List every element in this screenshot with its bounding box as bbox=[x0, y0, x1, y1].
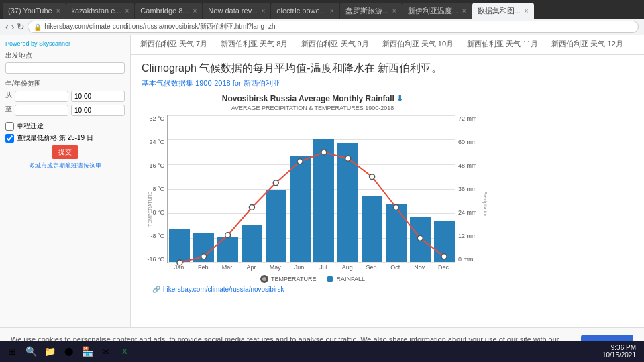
x-axis: JanFebMarAprMayJunJulAugSepOctNovDec bbox=[167, 264, 455, 271]
x-label-feb: Feb bbox=[191, 264, 215, 271]
svg-point-5 bbox=[297, 159, 303, 164]
svg-point-9 bbox=[393, 205, 398, 210]
taskbar-file[interactable]: 📁 bbox=[42, 343, 58, 359]
time-from-input[interactable] bbox=[71, 90, 125, 102]
time-to-input[interactable] bbox=[71, 105, 125, 116]
svg-point-2 bbox=[225, 233, 231, 238]
x-label-nov: Nov bbox=[407, 264, 431, 271]
lowest-price-checkbox[interactable] bbox=[5, 134, 14, 143]
y-axis-left: 32 °C 24 °C 16 °C 8 °C 0 °C -8 °C -16 °C… bbox=[142, 115, 167, 263]
y-right-label: Precipitation bbox=[483, 192, 488, 218]
x-label-aug: Aug bbox=[335, 264, 360, 271]
climograph: Novosibirsk Russia Average Monthly Rainf… bbox=[142, 94, 484, 293]
legend-temperature: TEMPERATURE bbox=[260, 275, 316, 283]
taskbar-excel[interactable]: X bbox=[117, 343, 133, 359]
month-tab-12[interactable]: 新西伯利亚 天气 12月 bbox=[545, 35, 629, 54]
chart-section: Climograph 气候数据的每月平均值-温度和降水在 新西伯利亚。 基本气候… bbox=[131, 55, 644, 300]
chart-url[interactable]: hikersbay.com/climate/russia/novosibirsk bbox=[163, 286, 284, 293]
x-label-mar: Mar bbox=[215, 264, 239, 271]
month-tab-7[interactable]: 新西伯利亚 天气 7月 bbox=[133, 35, 214, 54]
search-button[interactable]: 提交 bbox=[52, 145, 78, 159]
date-to-input[interactable] bbox=[15, 105, 68, 116]
back-icon[interactable]: ‹ bbox=[5, 21, 9, 32]
tab-weather[interactable]: 新伊利亚温度...× bbox=[402, 3, 472, 19]
month-tab-8[interactable]: 新西伯利亚 天气 8月 bbox=[214, 35, 294, 54]
multi-city-link[interactable]: 多城市或定期航班请按这里 bbox=[5, 162, 125, 170]
x-label-sep: Sep bbox=[360, 264, 384, 271]
y-axis-right: 72 mm 60 mm 48 mm 36 mm 24 mm 12 mm 0 mm… bbox=[455, 115, 484, 263]
date-to-label: 至 bbox=[5, 105, 12, 114]
checkbox-row2: 查找最低价格,第 25-19 日 bbox=[5, 133, 125, 143]
taskbar-chrome[interactable]: ⬤ bbox=[60, 343, 76, 359]
address-bar: ‹ › ↻ 🔒 hikersbay.com/climate-conditions… bbox=[0, 19, 644, 35]
month-tab-10[interactable]: 新西伯利亚 天气 10月 bbox=[376, 35, 460, 54]
chart-subtitle: 基本气候数据集 1900-2018 for 新西伯利亚 bbox=[142, 78, 633, 88]
chart-wrapper: 32 °C 24 °C 16 °C 8 °C 0 °C -8 °C -16 °C… bbox=[142, 115, 484, 263]
chart-title: Climograph 气候数据的每月平均值-温度和降水在 新西伯利亚。 bbox=[142, 62, 633, 76]
browser-chrome: (37) YouTube× kazakhstan e...× Cambridge… bbox=[0, 0, 644, 35]
powered-by: Powered by Skyscanner bbox=[5, 40, 125, 47]
start-button[interactable]: ⊞ bbox=[4, 343, 20, 359]
tab-newdata[interactable]: New data rev...× bbox=[203, 3, 270, 19]
search-taskbar[interactable]: 🔍 bbox=[23, 343, 39, 359]
date-range-label: 年/年份范围 bbox=[5, 79, 125, 88]
month-tab-9[interactable]: 新西伯利亚 天气 9月 bbox=[294, 35, 375, 54]
date-from-input[interactable] bbox=[15, 90, 68, 102]
date-section: 年/年份范围 从 至 bbox=[5, 79, 125, 116]
svg-point-1 bbox=[201, 254, 207, 259]
x-label-oct: Oct bbox=[383, 264, 407, 271]
y-left-label: TEMPERATURE bbox=[148, 192, 152, 227]
tab-cambridge[interactable]: Cambridge 8...× bbox=[135, 3, 202, 19]
svg-point-4 bbox=[273, 180, 278, 186]
chart-link[interactable]: 🔗 hikersbay.com/climate/russia/novosibir… bbox=[152, 286, 484, 293]
svg-point-8 bbox=[370, 174, 375, 180]
url-text: hikersbay.com/climate-conditions/russia/… bbox=[44, 22, 275, 32]
x-label-dec: Dec bbox=[431, 264, 455, 271]
x-label-jul: Jul bbox=[311, 264, 335, 271]
from-section: 出发地点 bbox=[5, 51, 125, 74]
taskbar: ⊞ 🔍 📁 ⬤ 🏪 ✉ X 9:36 PM 10/15/2021 bbox=[0, 341, 644, 362]
svg-point-0 bbox=[177, 260, 182, 265]
lock-icon: 🔒 bbox=[34, 23, 42, 31]
from-input[interactable] bbox=[5, 62, 125, 74]
main-content: 新西伯利亚 天气 7月 新西伯利亚 天气 8月 新西伯利亚 天气 9月 新西伯利… bbox=[131, 35, 644, 341]
climograph-subtitle: AVERAGE PRECIPITATION & TEMPERATURES 190… bbox=[142, 105, 484, 111]
x-label-may: May bbox=[263, 264, 287, 271]
forward-icon[interactable]: › bbox=[11, 21, 15, 32]
tab-travel[interactable]: 盘罗斯旅游...× bbox=[340, 3, 402, 19]
tab-electric[interactable]: electric powe...× bbox=[271, 3, 339, 19]
taskbar-mail[interactable]: ✉ bbox=[98, 343, 114, 359]
tab-bar: (37) YouTube× kazakhstan e...× Cambridge… bbox=[0, 0, 644, 19]
chart-plot bbox=[167, 115, 455, 263]
oneway-checkbox[interactable] bbox=[5, 122, 14, 131]
legend-rainfall: RAINFALL bbox=[327, 275, 365, 283]
taskbar-time: 9:36 PM 10/15/2021 bbox=[602, 344, 641, 359]
reload-icon[interactable]: ↻ bbox=[17, 21, 25, 32]
tab-kazakhstan[interactable]: kazakhstan e...× bbox=[66, 3, 135, 19]
x-label-apr: Apr bbox=[239, 264, 263, 271]
checkbox-row1: 单程迁途 bbox=[5, 121, 125, 131]
from-label: 出发地点 bbox=[5, 51, 125, 60]
lowest-price-label: 查找最低价格,第 25-19 日 bbox=[17, 133, 93, 143]
svg-point-6 bbox=[321, 149, 327, 155]
nav-buttons: ‹ › ↻ bbox=[5, 21, 25, 32]
subtitle-link[interactable]: 新西伯利亚 bbox=[244, 79, 280, 87]
tab-youtube[interactable]: (37) YouTube× bbox=[3, 3, 66, 19]
svg-point-7 bbox=[345, 156, 351, 161]
x-label-jun: Jun bbox=[287, 264, 311, 271]
svg-point-10 bbox=[417, 235, 423, 241]
page-layout: Powered by Skyscanner 出发地点 年/年份范围 从 至 单程… bbox=[0, 35, 644, 341]
svg-point-3 bbox=[249, 205, 254, 210]
oneway-label: 单程迁途 bbox=[17, 121, 44, 131]
sidebar: Powered by Skyscanner 出发地点 年/年份范围 从 至 单程… bbox=[0, 35, 131, 341]
month-tab-11[interactable]: 新西伯利亚 天气 11月 bbox=[460, 35, 545, 54]
url-bar[interactable]: 🔒 hikersbay.com/climate-conditions/russi… bbox=[28, 21, 639, 33]
tab-datasets[interactable]: 数据集和图...× bbox=[472, 3, 534, 19]
climograph-title: Novosibirsk Russia Average Monthly Rainf… bbox=[142, 94, 484, 103]
taskbar-store[interactable]: 🏪 bbox=[79, 343, 95, 359]
chart-legend: TEMPERATURE RAINFALL bbox=[142, 275, 484, 283]
month-tabs: 新西伯利亚 天气 7月 新西伯利亚 天气 8月 新西伯利亚 天气 9月 新西伯利… bbox=[131, 35, 644, 55]
date-from-row: 从 bbox=[5, 90, 125, 102]
date-to-row: 至 bbox=[5, 105, 125, 116]
date-from-label: 从 bbox=[5, 90, 12, 100]
